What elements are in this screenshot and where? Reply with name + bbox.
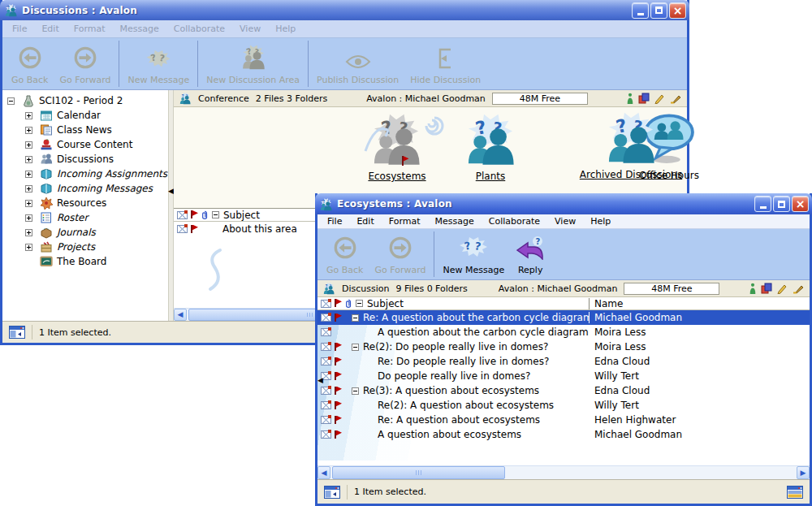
expand-icon[interactable] (25, 127, 32, 134)
scroll-left-button[interactable]: ◀ (317, 466, 330, 479)
tree-item-sci102[interactable]: SCI102 - Period 2 (2, 93, 168, 108)
pen-icon[interactable] (792, 283, 805, 294)
expand-icon[interactable] (25, 229, 32, 236)
online-user-icon[interactable] (749, 283, 757, 295)
message-row[interactable]: A question about ecosystems Michael Good… (317, 427, 810, 442)
pages-icon[interactable] (761, 283, 772, 294)
close-button[interactable]: × (669, 2, 686, 19)
menu-message[interactable]: Message (430, 214, 480, 228)
message-row[interactable]: A question about the carbon cycle diagra… (317, 325, 810, 339)
expand-icon[interactable] (25, 171, 32, 178)
tree-item-resources[interactable]: Resources (2, 196, 168, 210)
message-row[interactable]: Do people really live in domes? Willy Te… (317, 369, 810, 383)
flag-icon (334, 357, 342, 366)
book-icon (40, 182, 53, 195)
pane-toggle-icon[interactable] (9, 326, 25, 339)
subject-column-header[interactable]: Subject (367, 298, 589, 309)
expand-icon[interactable] (25, 214, 32, 222)
online-user-icon[interactable] (626, 93, 634, 105)
message-row[interactable]: Re(2): Do people really live in domes? M… (317, 339, 810, 354)
thread-collapse-icon[interactable] (352, 314, 359, 322)
message-row[interactable]: Re: A question about the carbon cycle di… (317, 310, 810, 325)
collapse-icon[interactable] (7, 97, 15, 105)
menu-format[interactable]: Format (383, 214, 426, 228)
menu-view[interactable]: View (549, 214, 581, 228)
expand-icon[interactable] (25, 156, 32, 163)
pen-icon[interactable] (669, 93, 682, 104)
reply-button[interactable]: Reply (510, 229, 551, 279)
new-message-button[interactable]: New Message (122, 38, 195, 89)
conference-item-archived-discussions[interactable]: Archived Discussions (538, 110, 724, 180)
tree-item-calendar[interactable]: Calendar (2, 108, 168, 123)
menu-file[interactable]: File (6, 22, 32, 36)
menu-edit[interactable]: Edit (36, 22, 64, 36)
ecosystems-titlebar[interactable]: Ecosystems : Avalon × (315, 193, 812, 214)
message-row[interactable]: Re: Do people really live in domes? Edna… (317, 354, 810, 369)
thread-collapse-icon[interactable] (352, 344, 359, 351)
message-row[interactable]: Re: A question about ecosystems Helen Hi… (317, 413, 810, 427)
hide-discussion-button[interactable]: Hide Discussion (404, 38, 486, 89)
thread-collapse-icon[interactable] (212, 211, 219, 218)
tree-item-course-content[interactable]: Course Content (2, 137, 168, 152)
attachment-icon (345, 299, 352, 309)
tree-item-incoming-messages[interactable]: Incoming Messages (2, 181, 168, 196)
publish-discussion-button[interactable]: Publish Discussion (311, 38, 404, 89)
tree-item-projects[interactable]: Projects (2, 240, 168, 254)
maximize-button[interactable] (773, 196, 790, 212)
splitter-collapse-arrow[interactable]: ◀ (317, 377, 323, 384)
close-button[interactable]: × (792, 196, 809, 212)
pane-toggle-icon[interactable] (324, 486, 340, 499)
pane-splitter[interactable]: ◀ (168, 90, 174, 321)
expand-icon[interactable] (25, 112, 32, 119)
message-icon (321, 357, 331, 365)
conference-item-plants[interactable]: Plants (434, 111, 547, 182)
message-list-header[interactable]: Subject Name (317, 297, 810, 310)
scrollbar-track[interactable] (330, 466, 797, 479)
expand-icon[interactable] (25, 200, 32, 207)
go-forward-button[interactable]: Go Forward (369, 229, 431, 279)
expand-icon[interactable] (25, 185, 32, 192)
menu-help[interactable]: Help (270, 22, 301, 36)
scrollbar-thumb[interactable] (332, 466, 505, 479)
expand-icon[interactable] (25, 141, 32, 149)
go-forward-button[interactable]: Go Forward (54, 38, 116, 89)
new-message-button[interactable]: New Message (437, 229, 510, 279)
menu-help[interactable]: Help (585, 214, 616, 228)
menu-view[interactable]: View (234, 22, 266, 36)
pencil-icon[interactable] (776, 283, 788, 294)
pages-icon[interactable] (638, 93, 650, 104)
message-row[interactable]: Re(3): A question about ecosystems Edna … (317, 383, 810, 398)
name-column-header[interactable]: Name (589, 298, 810, 309)
view-options-icon[interactable] (787, 486, 803, 499)
subject-column-header[interactable]: Subject (223, 210, 260, 221)
tree-item-journals[interactable]: Journals (2, 225, 168, 240)
tree-item-discussions[interactable]: Discussions (2, 152, 168, 167)
tree-item-incoming-assignments[interactable]: Incoming Assignments (2, 167, 168, 181)
splitter-collapse-arrow[interactable]: ◀ (168, 188, 174, 195)
expand-icon[interactable] (25, 244, 32, 251)
menu-format[interactable]: Format (68, 22, 111, 36)
minimize-button[interactable] (754, 196, 771, 212)
menu-message[interactable]: Message (114, 22, 165, 36)
tree-item-the-board[interactable]: The Board (2, 254, 168, 269)
new-discussion-area-button[interactable]: New Discussion Area (201, 38, 305, 89)
tree-item-class-news[interactable]: Class News (2, 123, 168, 137)
go-forward-icon (388, 236, 412, 262)
maximize-button[interactable] (650, 2, 667, 19)
menu-file[interactable]: File (322, 214, 348, 228)
thread-collapse-icon[interactable] (352, 387, 359, 395)
horizontal-scrollbar[interactable]: ◀ ▶ (317, 465, 810, 479)
go-back-button[interactable]: Go Back (321, 229, 369, 279)
menu-edit[interactable]: Edit (351, 214, 379, 228)
message-row[interactable]: Re(2): A question about ecosystems Willy… (317, 398, 810, 413)
scroll-left-button[interactable]: ◀ (174, 309, 187, 321)
pencil-icon[interactable] (654, 93, 665, 104)
go-back-button[interactable]: Go Back (6, 38, 54, 89)
menu-collaborate[interactable]: Collaborate (168, 22, 231, 36)
tree-item-roster[interactable]: Roster (2, 210, 168, 225)
thread-collapse-icon[interactable] (356, 300, 363, 307)
menu-collaborate[interactable]: Collaborate (483, 214, 546, 228)
discussions-titlebar[interactable]: Discussions : Avalon × (0, 0, 689, 20)
scroll-right-button[interactable]: ▶ (797, 466, 810, 479)
minimize-button[interactable] (632, 2, 649, 19)
